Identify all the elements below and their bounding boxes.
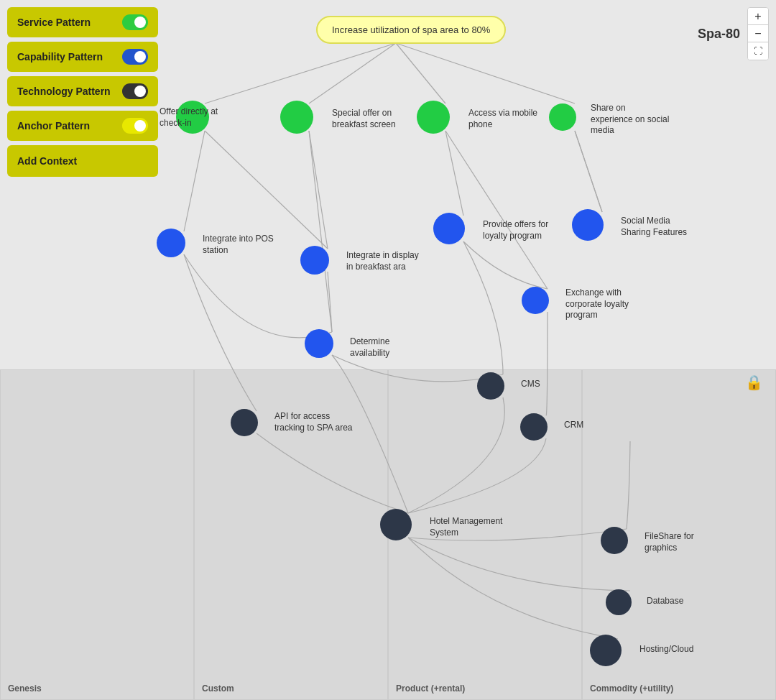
node-database-label: Database [647,596,683,607]
capability-pattern-toggle[interactable] [122,49,148,65]
svg-line-2 [396,43,445,103]
node-corporate-loyalty[interactable] [522,287,549,314]
add-context-button[interactable]: Add Context [7,145,158,177]
svg-line-1 [309,43,396,103]
svg-line-3 [396,43,575,103]
anchor-pattern-button[interactable]: Anchor Pattern [7,111,158,141]
node-special-offer[interactable] [280,101,313,134]
node-cms[interactable] [477,372,504,400]
sidebar: Service Pattern Capability Pattern Techn… [7,7,158,177]
lock-icon: 🔒 [745,374,763,391]
zone-commodity-label: Commodity (+utility) [590,683,673,694]
node-offer-checkin-label: Offer directly at check-in [160,106,239,129]
svg-line-8 [445,131,463,216]
zone-product-label: Product (+rental) [396,683,465,694]
node-breakfast-display[interactable] [300,246,329,275]
service-pattern-button[interactable]: Service Pattern [7,7,158,37]
technology-pattern-label: Technology Pattern [17,86,111,97]
anchor-pattern-toggle[interactable] [122,118,148,134]
svg-line-9 [445,131,548,289]
svg-line-5 [205,131,328,249]
service-pattern-toggle[interactable] [122,14,148,30]
node-social-sharing-label: Social Media Sharing Features [621,216,700,238]
node-crm-label: CRM [564,420,583,431]
technology-pattern-toggle[interactable] [122,83,148,99]
node-cms-label: CMS [521,379,540,390]
node-fileshare-label: FileShare for graphics [645,531,724,553]
add-context-label: Add Context [17,155,77,167]
node-breakfast-display-label: Integrate in display in breakfast ara [346,250,425,272]
node-share-experience-label: Share on experience on social media [591,103,670,137]
zoom-in-button[interactable]: + [748,8,768,25]
svg-line-7 [309,131,332,332]
node-pos[interactable] [157,229,185,257]
node-fileshare[interactable] [601,527,628,554]
node-pos-label: Integrate into POS station [203,234,282,256]
node-crm[interactable] [520,413,548,441]
node-availability[interactable] [305,329,333,358]
zone-genesis-label: Genesis [8,683,42,694]
service-pattern-label: Service Pattern [17,17,91,28]
spa-label: Spa-80 [698,27,740,42]
node-loyalty-offers-label: Provide offers for loyalty program [483,219,562,241]
node-availability-label: Determine availability [350,336,429,359]
technology-pattern-button[interactable]: Technology Pattern [7,76,158,106]
capability-pattern-button[interactable]: Capability Pattern [7,42,158,72]
node-hms[interactable] [380,509,412,540]
node-special-offer-label: Special offer on breakfast screen [332,108,411,130]
svg-line-4 [184,131,205,231]
node-hosting[interactable] [590,635,622,666]
node-social-sharing[interactable] [572,209,604,241]
node-database[interactable] [606,589,632,615]
node-corporate-loyalty-label: Exchange with corporate loyalty program [565,287,645,321]
node-share-experience[interactable] [549,103,576,131]
anchor-pattern-label: Anchor Pattern [17,120,90,132]
node-loyalty-offers[interactable] [433,213,465,244]
zoom-controls: + − ⛶ [747,7,769,60]
node-mobile-access[interactable] [417,101,450,134]
zone-custom-label: Custom [202,683,234,694]
zoom-out-button[interactable]: − [748,25,768,42]
goal-node[interactable]: Increase utilization of spa area to 80% [316,16,506,44]
zone-genesis: Genesis [0,369,194,700]
svg-line-6 [309,131,328,249]
svg-line-0 [205,43,396,103]
node-api[interactable] [231,409,258,436]
capability-pattern-label: Capability Pattern [17,51,103,63]
svg-line-11 [575,131,602,212]
node-hms-label: Hotel Management System [430,516,509,538]
node-api-label: API for access tracking to SPA area [274,411,354,433]
node-hosting-label: Hosting/Cloud [639,644,693,655]
expand-button[interactable]: ⛶ [748,42,768,60]
top-right-controls: Spa-80 + − ⛶ [698,7,769,60]
svg-line-10 [575,131,602,212]
node-mobile-access-label: Access via mobile phone [468,108,548,130]
